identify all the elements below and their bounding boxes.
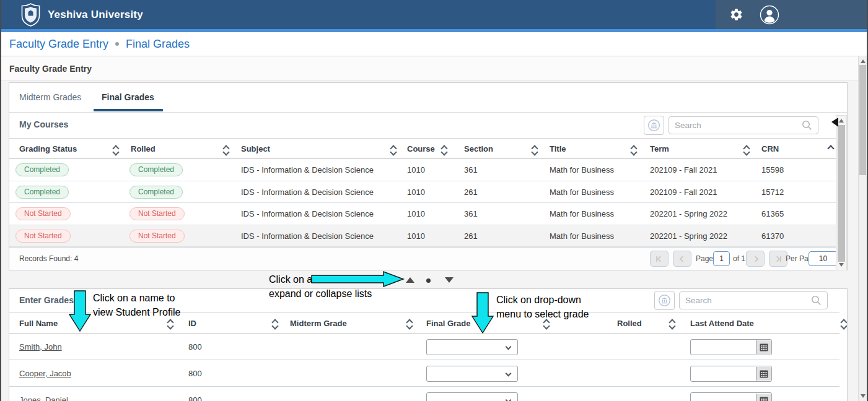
courses-search-input[interactable]: [675, 121, 802, 130]
grading-status-badge: Not Started: [15, 230, 71, 243]
col-subject: Subject: [241, 139, 270, 160]
previous-page-button[interactable]: [673, 251, 691, 267]
cell-student-id: 800: [188, 360, 202, 387]
sort-icon[interactable]: [531, 144, 538, 156]
last-attend-date-input[interactable]: [692, 367, 754, 381]
cell-term: 202109 - Fall 2021: [650, 159, 717, 181]
calendar-button[interactable]: [756, 367, 771, 381]
student-name-link[interactable]: Jones, Daniel: [19, 395, 68, 401]
grading-status-badge: Completed: [15, 163, 69, 176]
breadcrumb-faculty-grade-entry[interactable]: Faculty Grade Entry: [9, 38, 108, 51]
cell-section: 261: [464, 225, 478, 247]
search-icon: [802, 120, 812, 131]
courses-scrollbar[interactable]: [836, 115, 847, 270]
my-courses-panel: Midterm Grades Final Grades My Courses G…: [9, 82, 848, 270]
rolled-status-badge: Completed: [129, 186, 183, 199]
chevron-down-icon: [506, 371, 512, 377]
per-page-select[interactable]: 10: [809, 251, 838, 266]
tab-midterm-grades[interactable]: Midterm Grades: [19, 83, 81, 111]
cell-term: 202201 - Spring 2022: [650, 225, 727, 247]
breadcrumb-final-grades[interactable]: Final Grades: [126, 38, 190, 51]
page-number-input[interactable]: [713, 251, 730, 266]
records-found-label: Records Found: 4: [19, 248, 78, 270]
cell-section: 261: [464, 181, 478, 203]
cell-subject: IDS - Information & Decision Science: [241, 181, 374, 203]
cell-title: Math for Business: [550, 181, 614, 203]
panel-resize-dot[interactable]: [426, 278, 431, 283]
student-row: Smith, John 800: [9, 334, 840, 360]
cell-term: 202201 - Spring 2022: [650, 203, 727, 225]
cell-course: 1010: [407, 203, 425, 225]
first-page-button[interactable]: [650, 251, 669, 267]
user-profile-icon[interactable]: [760, 5, 779, 25]
cell-subject: IDS - Information & Decision Science: [241, 225, 374, 247]
sort-icon[interactable]: [743, 144, 750, 156]
topbar-right-section: [716, 0, 868, 29]
scroll-up-arrow-icon[interactable]: [839, 119, 844, 123]
course-row[interactable]: Not Started Not Started IDS - Informatio…: [9, 225, 836, 248]
final-grade-dropdown[interactable]: [426, 392, 518, 401]
search-icon: [811, 295, 822, 306]
col-last-attend-date: Last Attend Date: [690, 313, 754, 334]
last-attend-date-input[interactable]: [692, 394, 754, 401]
scroll-down-arrow-icon[interactable]: [861, 394, 866, 398]
cell-crn: 15712: [761, 181, 784, 203]
sort-icon[interactable]: [222, 144, 230, 156]
cyan-down-arrow: [68, 290, 92, 332]
sort-icon[interactable]: [630, 144, 638, 156]
cell-title: Math for Business: [550, 225, 614, 247]
my-courses-title: My Courses: [19, 112, 68, 137]
cell-crn: 61365: [761, 203, 784, 225]
active-tab-underline: [94, 109, 163, 111]
student-name-link[interactable]: Cooper, Jacob: [19, 369, 71, 378]
expand-panel-arrow[interactable]: [445, 277, 454, 283]
grades-search-input[interactable]: [685, 296, 811, 305]
page-scrollbar[interactable]: [858, 56, 867, 401]
records-pagination-bar: Records Found: 4 Page of 1 Per Page 10: [9, 247, 836, 270]
scrollbar-thumb[interactable]: [859, 65, 866, 175]
scrollbar-thumb[interactable]: [838, 125, 845, 262]
rolled-status-badge: Not Started: [129, 230, 185, 243]
enter-grades-title: Enter Grades: [19, 289, 74, 312]
student-name-link[interactable]: Smith, John: [19, 342, 62, 351]
sort-icon[interactable]: [669, 317, 676, 330]
cyan-down-arrow: [471, 292, 494, 334]
cell-crn: 15598: [761, 159, 784, 181]
sort-ascending-icon[interactable]: [827, 144, 835, 156]
rolled-status-badge: Not Started: [129, 207, 185, 220]
course-row[interactable]: Not Started Not Started IDS - Informatio…: [9, 203, 836, 225]
sort-icon[interactable]: [406, 317, 413, 330]
collapse-panel-arrow[interactable]: [406, 277, 414, 283]
grades-tools-button[interactable]: [654, 291, 675, 310]
scroll-up-arrow-icon[interactable]: [861, 59, 866, 63]
page-title: Faculty Grade Entry: [0, 57, 859, 81]
scroll-down-arrow-icon[interactable]: [839, 263, 844, 267]
col-id: ID: [188, 313, 196, 334]
sort-icon[interactable]: [390, 144, 397, 156]
sort-icon[interactable]: [840, 317, 848, 330]
sort-icon[interactable]: [167, 317, 174, 330]
col-term: Term: [650, 139, 669, 160]
cell-subject: IDS - Information & Decision Science: [241, 159, 374, 181]
sort-icon[interactable]: [441, 144, 448, 156]
last-attend-date-input[interactable]: [692, 340, 754, 354]
breadcrumb-separator-dot: [115, 42, 119, 46]
col-midterm-grade: Midterm Grade: [290, 313, 347, 334]
course-row[interactable]: Completed Completed IDS - Information & …: [9, 181, 836, 204]
course-row[interactable]: Completed Completed IDS - Information & …: [9, 159, 836, 181]
student-row: Cooper, Jacob 800: [9, 360, 840, 387]
last-page-button[interactable]: [769, 251, 787, 267]
final-grade-dropdown[interactable]: [426, 339, 518, 355]
calendar-button[interactable]: [756, 394, 771, 401]
calendar-button[interactable]: [756, 340, 771, 354]
settings-gear-icon[interactable]: [729, 7, 743, 22]
sort-icon[interactable]: [112, 144, 120, 156]
last-attend-date-field: [690, 392, 772, 401]
sort-icon[interactable]: [271, 317, 279, 330]
top-header-bar: Yeshiva University: [0, 0, 868, 29]
cell-title: Math for Business: [550, 203, 614, 225]
final-grade-dropdown[interactable]: [426, 366, 518, 382]
next-page-button[interactable]: [746, 251, 765, 267]
courses-tools-button[interactable]: [644, 116, 664, 135]
tab-final-grades[interactable]: Final Grades: [102, 83, 154, 111]
